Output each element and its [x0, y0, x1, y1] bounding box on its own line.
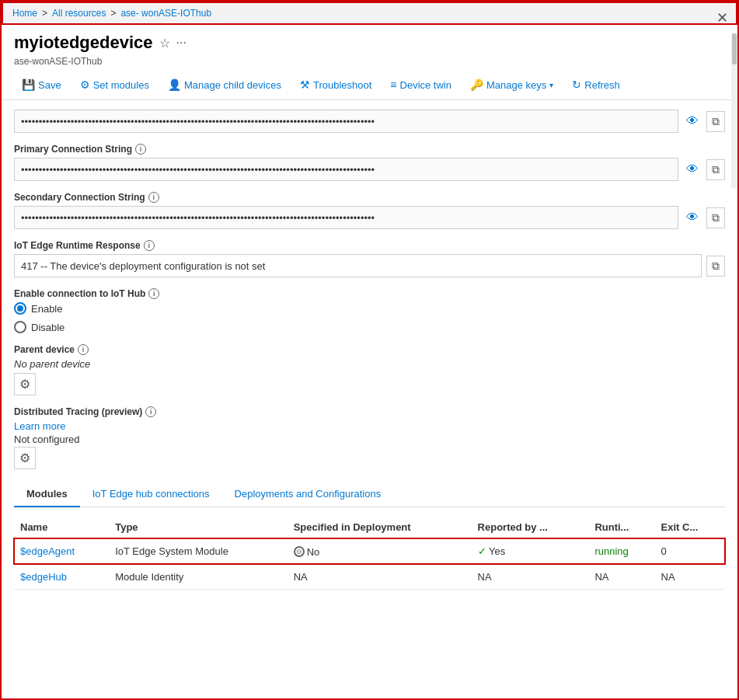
tracing-info-icon[interactable]: i — [145, 406, 156, 417]
manage-child-button[interactable]: 👤 Manage child devices — [160, 75, 289, 95]
row1-type: IoT Edge System Module — [109, 538, 287, 565]
close-button[interactable]: ✕ — [716, 9, 728, 26]
refresh-label: Refresh — [584, 79, 620, 91]
key-icon: 🔑 — [470, 78, 483, 91]
troubleshoot-button[interactable]: ⚒ Troubleshoot — [292, 75, 379, 95]
row2-exit: NA — [655, 564, 725, 589]
edge-hub-link[interactable]: $edgeHub — [20, 571, 67, 583]
table-area: Name Type Specified in Deployment Report… — [14, 517, 725, 590]
col-specified: Specified in Deployment — [288, 517, 472, 538]
save-label: Save — [38, 79, 61, 91]
secondary-connection-input[interactable] — [14, 206, 678, 229]
runtime-response-row: 417 -- The device's deployment configura… — [14, 254, 725, 277]
toolbar: 💾 Save ⚙ Set modules 👤 Manage child devi… — [2, 70, 737, 100]
enable-radio-circle[interactable] — [14, 302, 26, 315]
secondary-connection-row: 👁 ⧉ — [14, 206, 725, 229]
secondary-connection-label: Secondary Connection String i — [14, 192, 725, 203]
scrollbar[interactable] — [731, 33, 737, 188]
refresh-icon: ↻ — [572, 78, 581, 91]
radio-group: Enable Disable — [14, 302, 725, 333]
distributed-tracing-section: Distributed Tracing (preview) i Learn mo… — [14, 406, 725, 469]
tab-iot-edge-hub[interactable]: IoT Edge hub connections — [80, 482, 222, 507]
primary-copy-button[interactable]: ⧉ — [706, 159, 725, 180]
secondary-info-icon[interactable]: i — [148, 192, 159, 203]
modules-icon: ⚙ — [80, 78, 90, 91]
edge-agent-link[interactable]: $edgeAgent — [20, 545, 75, 557]
save-button[interactable]: 💾 Save — [14, 75, 69, 95]
pin-icon[interactable]: ☆ — [159, 36, 170, 50]
runtime-copy-button[interactable]: ⧉ — [706, 256, 725, 277]
enable-radio-label: Enable — [31, 303, 62, 315]
save-icon: 💾 — [22, 78, 35, 91]
primary-connection-input[interactable] — [14, 158, 678, 181]
disable-radio-option[interactable]: Disable — [14, 321, 725, 333]
modules-table: Name Type Specified in Deployment Report… — [14, 517, 725, 590]
row2-name: $edgeHub — [14, 564, 109, 589]
primary-eye-button[interactable]: 👁 — [683, 159, 702, 179]
distributed-tracing-label: Distributed Tracing (preview) i — [14, 406, 725, 417]
col-name: Name — [14, 517, 109, 538]
table-header-row: Name Type Specified in Deployment Report… — [14, 517, 725, 538]
breadcrumb-sep1: > — [42, 8, 47, 19]
row1-exit: 0 — [655, 538, 725, 565]
enable-connection-section: Enable connection to IoT Hub i Enable Di… — [14, 288, 725, 333]
col-type: Type — [109, 517, 287, 538]
primary-info-icon[interactable]: i — [135, 144, 146, 155]
top-field-copy-button[interactable]: ⧉ — [706, 111, 725, 132]
secondary-eye-button[interactable]: 👁 — [683, 207, 702, 228]
table-row: $edgeAgent IoT Edge System Module ⊖ No ✓… — [14, 538, 725, 565]
tab-modules[interactable]: Modules — [14, 482, 80, 507]
no-circle-icon: ⊖ — [294, 546, 305, 557]
parent-info-icon[interactable]: i — [78, 344, 89, 355]
breadcrumb-resource[interactable]: ase- wonASE-IOThub — [120, 8, 211, 19]
tracing-gear-button[interactable]: ⚙ — [14, 447, 36, 469]
runtime-response-label: IoT Edge Runtime Response i — [14, 240, 725, 251]
row1-specified: ⊖ No — [288, 538, 472, 565]
runtime-response-section: IoT Edge Runtime Response i 417 -- The d… — [14, 240, 725, 277]
breadcrumb-home[interactable]: Home — [12, 8, 37, 19]
secondary-copy-button[interactable]: ⧉ — [706, 207, 725, 228]
manage-keys-button[interactable]: 🔑 Manage keys ▾ — [462, 75, 561, 95]
table-row: $edgeHub Module Identity NA NA NA NA — [14, 564, 725, 589]
disable-radio-label: Disable — [31, 322, 64, 333]
scrollbar-thumb[interactable] — [732, 33, 737, 64]
device-subtitle: ase-wonASE-IOThub — [2, 56, 737, 70]
tabs-bar: Modules IoT Edge hub connections Deploym… — [14, 482, 725, 507]
top-field-eye-button[interactable]: 👁 — [683, 111, 702, 131]
manage-child-label: Manage child devices — [184, 79, 281, 91]
tab-deployments[interactable]: Deployments and Configurations — [222, 482, 394, 507]
device-twin-button[interactable]: ≡ Device twin — [382, 75, 459, 95]
runtime-response-value: 417 -- The device's deployment configura… — [14, 254, 702, 277]
enable-radio-option[interactable]: Enable — [14, 302, 725, 315]
parent-gear-button[interactable]: ⚙ — [14, 373, 36, 395]
breadcrumb-sep2: > — [110, 8, 116, 19]
more-icon[interactable]: ··· — [176, 36, 186, 50]
disable-radio-circle[interactable] — [14, 321, 26, 333]
header-left: myiotedgedevice ☆ ··· — [14, 33, 186, 53]
row1-reported: ✓ Yes — [472, 538, 589, 565]
runtime-info-icon[interactable]: i — [144, 240, 155, 251]
row2-runtime: NA — [588, 564, 654, 589]
row2-specified: NA — [288, 564, 472, 589]
top-field-input[interactable] — [14, 110, 678, 133]
tracing-status: Not configured — [14, 434, 725, 445]
col-exit: Exit C... — [655, 517, 725, 538]
refresh-button[interactable]: ↻ Refresh — [564, 75, 628, 95]
secondary-connection-string-section: Secondary Connection String i 👁 ⧉ — [14, 192, 725, 229]
no-badge: ⊖ No — [294, 546, 320, 558]
row2-type: Module Identity — [109, 564, 287, 589]
row1-runtime: running — [588, 538, 654, 565]
content-area: 👁 ⧉ Primary Connection String i 👁 ⧉ Seco… — [2, 100, 737, 599]
child-icon: 👤 — [168, 78, 181, 91]
primary-connection-label: Primary Connection String i — [14, 144, 725, 155]
twin-icon: ≡ — [390, 78, 396, 91]
parent-device-label: Parent device i — [14, 344, 725, 355]
parent-device-section: Parent device i No parent device ⚙ — [14, 344, 725, 395]
troubleshoot-icon: ⚒ — [300, 78, 310, 91]
enable-info-icon[interactable]: i — [148, 288, 159, 299]
learn-more-link[interactable]: Learn more — [14, 420, 65, 432]
breadcrumb-all-resources[interactable]: All resources — [52, 8, 106, 19]
primary-connection-row: 👁 ⧉ — [14, 158, 725, 181]
set-modules-button[interactable]: ⚙ Set modules — [72, 75, 157, 95]
parent-device-value: No parent device — [14, 358, 725, 370]
